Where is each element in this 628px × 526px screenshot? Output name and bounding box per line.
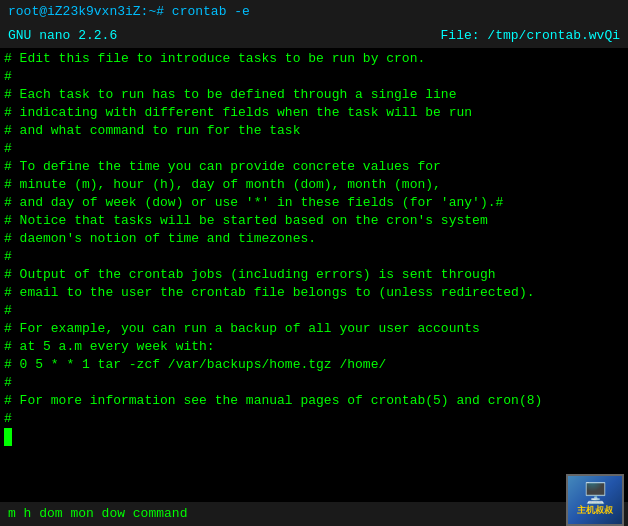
content-line: # and what command to run for the task [4, 122, 624, 140]
content-line: # [4, 410, 624, 428]
terminal-window: root@iZ23k9vxn3iZ:~# crontab -e GNU nano… [0, 0, 628, 526]
content-line: # at 5 a.m every week with: [4, 338, 624, 356]
content-line: # Notice that tasks will be started base… [4, 212, 624, 230]
content-line: # For example, you can run a backup of a… [4, 320, 624, 338]
content-line: # Each task to run has to be defined thr… [4, 86, 624, 104]
cursor-line [4, 428, 624, 446]
nano-filename: File: /tmp/crontab.wvQi [441, 26, 620, 46]
content-line: # [4, 248, 624, 266]
content-line: # [4, 374, 624, 392]
nano-content-area: # Edit this file to introduce tasks to b… [0, 48, 628, 502]
avatar-text: 主机叔叔 [577, 505, 613, 516]
content-line: # Edit this file to introduce tasks to b… [4, 50, 624, 68]
nano-header-bar: GNU nano 2.2.6 File: /tmp/crontab.wvQi [0, 24, 628, 48]
bottom-left-content: m h dom mon dow command [8, 504, 187, 524]
terminal-title-bar: root@iZ23k9vxn3iZ:~# crontab -e [0, 0, 628, 24]
avatar: 🖥️ 主机叔叔 [566, 474, 624, 526]
content-line: # [4, 140, 624, 158]
avatar-icon: 🖥️ [583, 485, 608, 505]
content-line: # daemon's notion of time and timezones. [4, 230, 624, 248]
crontab-header-line: m h dom mon dow command [8, 504, 187, 524]
nano-bottom-bar: m h dom mon dow command 🖥️ 主机叔叔 [0, 502, 628, 526]
terminal-title-text: root@iZ23k9vxn3iZ:~# crontab -e [8, 4, 250, 19]
nano-version: GNU nano 2.2.6 [8, 26, 117, 46]
content-line: # email to the user the crontab file bel… [4, 284, 624, 302]
content-line: # [4, 68, 624, 86]
cursor [4, 428, 12, 446]
content-line: # minute (m), hour (h), day of month (do… [4, 176, 624, 194]
content-line: # indicating with different fields when … [4, 104, 624, 122]
content-line: # and day of week (dow) or use '*' in th… [4, 194, 624, 212]
content-line: # For more information see the manual pa… [4, 392, 624, 410]
avatar-inner: 🖥️ 主机叔叔 [568, 476, 622, 524]
content-line: # [4, 302, 624, 320]
content-line: # 0 5 * * 1 tar -zcf /var/backups/home.t… [4, 356, 624, 374]
content-line: # Output of the crontab jobs (including … [4, 266, 624, 284]
content-line: # To define the time you can provide con… [4, 158, 624, 176]
